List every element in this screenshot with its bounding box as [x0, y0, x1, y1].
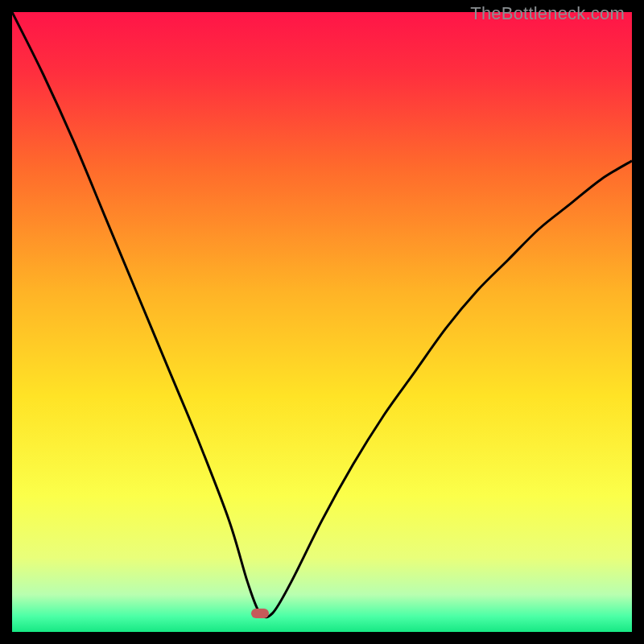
- chart-frame: [12, 12, 632, 632]
- watermark-text: TheBottleneck.com: [470, 3, 625, 24]
- gradient-background: [12, 12, 632, 632]
- bottleneck-chart: [12, 12, 632, 632]
- optimum-marker: [251, 609, 269, 618]
